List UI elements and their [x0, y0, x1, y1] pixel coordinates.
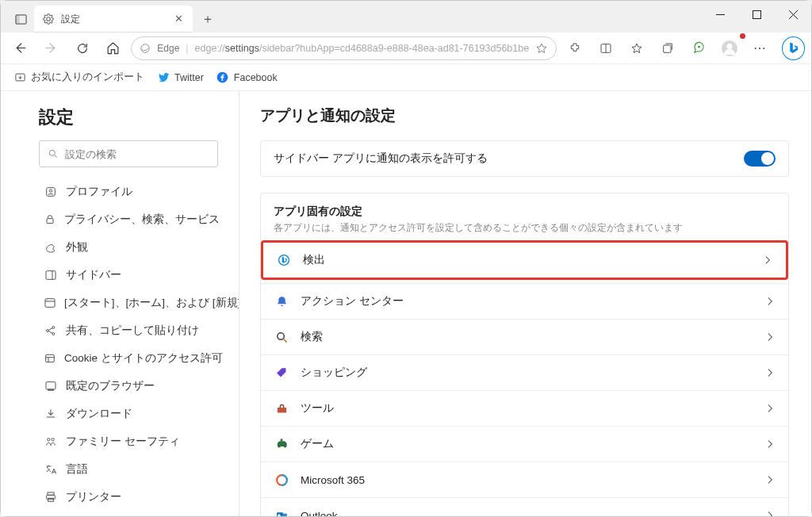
- svg-rect-3: [753, 10, 760, 18]
- m365-icon: [274, 472, 289, 488]
- favorite-facebook-label: Facebook: [234, 72, 278, 83]
- settings-search-input[interactable]: [65, 148, 209, 160]
- sidebar-item-label: プリンター: [66, 490, 121, 504]
- performance-button[interactable]: [685, 36, 711, 61]
- window-close-button[interactable]: [775, 1, 811, 28]
- app-specific-header: アプリ固有の設定 各アプリには、通知とアクセス許可を設定して含めることができる個…: [261, 193, 788, 237]
- collections-button[interactable]: [654, 36, 680, 61]
- start-icon: [44, 296, 56, 310]
- svg-point-45: [281, 438, 283, 441]
- svg-point-25: [52, 332, 55, 335]
- profile-avatar-button[interactable]: [717, 36, 743, 61]
- window-minimize-button[interactable]: [702, 1, 738, 28]
- svg-point-10: [727, 44, 733, 49]
- twitter-icon: [157, 71, 170, 84]
- svg-line-14: [55, 155, 57, 158]
- window-maximize-button[interactable]: [738, 1, 775, 28]
- svg-rect-35: [48, 498, 54, 501]
- refresh-button[interactable]: [69, 36, 95, 61]
- family-icon: [44, 435, 58, 449]
- app-row-label: ツール: [301, 401, 334, 416]
- content-area: 設定 プロファイルプライバシー、検索、サービス外観サイドバー[スタート]、[ホー…: [1, 91, 811, 516]
- chevron-right-icon: [764, 474, 776, 485]
- sidebar-item-label: ダウンロード: [66, 407, 132, 421]
- svg-rect-47: [282, 513, 286, 516]
- browser-tab-settings[interactable]: 設定 ✕: [34, 6, 193, 33]
- chevron-right-icon: [764, 510, 776, 516]
- import-icon: [13, 71, 26, 84]
- extensions-button[interactable]: [561, 36, 588, 61]
- app-row-label: Microsoft 365: [301, 474, 365, 486]
- settings-search[interactable]: [39, 140, 218, 167]
- svg-rect-17: [47, 218, 53, 223]
- app-row-discover[interactable]: 検出: [261, 240, 788, 280]
- sidebar-item-default[interactable]: 既定のブラウザー: [39, 373, 218, 399]
- sidebar-icon: [44, 268, 58, 282]
- app-row-game[interactable]: ゲーム: [261, 426, 788, 461]
- menu-button[interactable]: ⋯: [748, 36, 774, 61]
- app-row-outlook[interactable]: Outlook: [261, 497, 788, 516]
- sidebar-item-download[interactable]: ダウンロード: [39, 400, 218, 427]
- sidebar-item-lang[interactable]: 言語: [39, 456, 218, 482]
- sidebar-item-sidebar[interactable]: サイドバー: [39, 262, 218, 288]
- app-row-label: ショッピング: [301, 366, 367, 380]
- sidebar-item-cookie[interactable]: Cookie とサイトのアクセス許可: [39, 345, 218, 371]
- home-button[interactable]: [100, 36, 126, 61]
- favorite-facebook[interactable]: Facebook: [216, 71, 278, 84]
- address-bar[interactable]: Edge | edge://settings/sidebar?hubApp=cd…: [131, 36, 557, 60]
- app-specific-subtitle: 各アプリには、通知とアクセス許可を設定して含めることができる個々の設定が含まれて…: [274, 222, 776, 234]
- sidebar-item-appearance[interactable]: 外観: [39, 234, 218, 260]
- settings-main: アプリと通知の設定 サイドバー アプリに通知の表示を許可する アプリ固有の設定 …: [239, 91, 811, 516]
- sidebar-item-printer[interactable]: プリンター: [39, 484, 218, 510]
- forward-button[interactable]: [38, 36, 64, 61]
- app-row-search[interactable]: 検索: [261, 319, 788, 354]
- sidebar-item-label: プライバシー、検索、サービス: [64, 213, 220, 227]
- app-specific-card: アプリ固有の設定 各アプリには、通知とアクセス許可を設定して含めることができる個…: [260, 193, 789, 516]
- sidebar-item-share[interactable]: 共有、コピーして貼り付け: [39, 317, 218, 343]
- svg-rect-30: [48, 389, 54, 390]
- svg-rect-1: [15, 14, 19, 23]
- allow-notifications-label: サイドバー アプリに通知の表示を許可する: [274, 151, 488, 166]
- favorite-twitter-label: Twitter: [174, 72, 204, 83]
- lang-icon: [44, 462, 58, 477]
- sidebar-item-label: 言語: [66, 462, 88, 477]
- sidebar-item-family[interactable]: ファミリー セーフティ: [39, 428, 218, 454]
- app-row-m365[interactable]: Microsoft 365: [261, 461, 788, 497]
- tab-actions-button[interactable]: [7, 6, 34, 33]
- app-row-tools[interactable]: ツール: [261, 390, 788, 426]
- settings-nav-list: プロファイルプライバシー、検索、サービス外観サイドバー[スタート]、[ホーム]、…: [39, 178, 218, 516]
- app-list: 検出アクション センター検索ショッピングツールゲームMicrosoft 365O…: [261, 240, 788, 516]
- import-favorites-label: お気に入りのインポート: [31, 71, 144, 84]
- svg-rect-18: [46, 270, 56, 279]
- sidebar-item-label: サイドバー: [66, 268, 121, 282]
- titlebar: 設定 ✕ ＋: [1, 1, 811, 33]
- printer-icon: [44, 490, 58, 504]
- allow-notifications-toggle[interactable]: [744, 151, 776, 167]
- chevron-right-icon: [764, 403, 776, 414]
- sidebar-item-start[interactable]: [スタート]、[ホーム]、および [新規] タブ: [39, 289, 218, 316]
- import-favorites-link[interactable]: お気に入りのインポート: [13, 71, 144, 84]
- sidebar-item-profile[interactable]: プロファイル: [39, 178, 218, 205]
- bell-icon: [274, 293, 289, 309]
- app-row-tag[interactable]: ショッピング: [261, 354, 788, 390]
- app-specific-title: アプリ固有の設定: [274, 205, 776, 219]
- favorite-twitter[interactable]: Twitter: [157, 71, 204, 84]
- favorite-star-icon[interactable]: [535, 42, 548, 55]
- sidebar-item-lock[interactable]: プライバシー、検索、サービス: [39, 206, 218, 232]
- tag-icon: [274, 365, 289, 381]
- app-row-label: アクション センター: [301, 294, 404, 308]
- sidebar-item-system[interactable]: システムとパフォーマンス: [39, 511, 218, 516]
- new-tab-button[interactable]: ＋: [196, 6, 220, 33]
- share-icon: [44, 324, 58, 338]
- bing-chat-button[interactable]: [782, 36, 805, 60]
- app-row-label: 検索: [301, 330, 323, 344]
- svg-point-16: [49, 190, 52, 192]
- split-screen-button[interactable]: [592, 36, 619, 61]
- tab-close-button[interactable]: ✕: [172, 13, 185, 25]
- default-icon: [44, 379, 58, 393]
- app-row-bell[interactable]: アクション センター: [261, 283, 788, 319]
- svg-point-24: [52, 326, 55, 328]
- back-button[interactable]: [7, 36, 33, 61]
- favorites-button[interactable]: [623, 36, 649, 61]
- allow-notifications-card: サイドバー アプリに通知の表示を許可する: [260, 140, 789, 177]
